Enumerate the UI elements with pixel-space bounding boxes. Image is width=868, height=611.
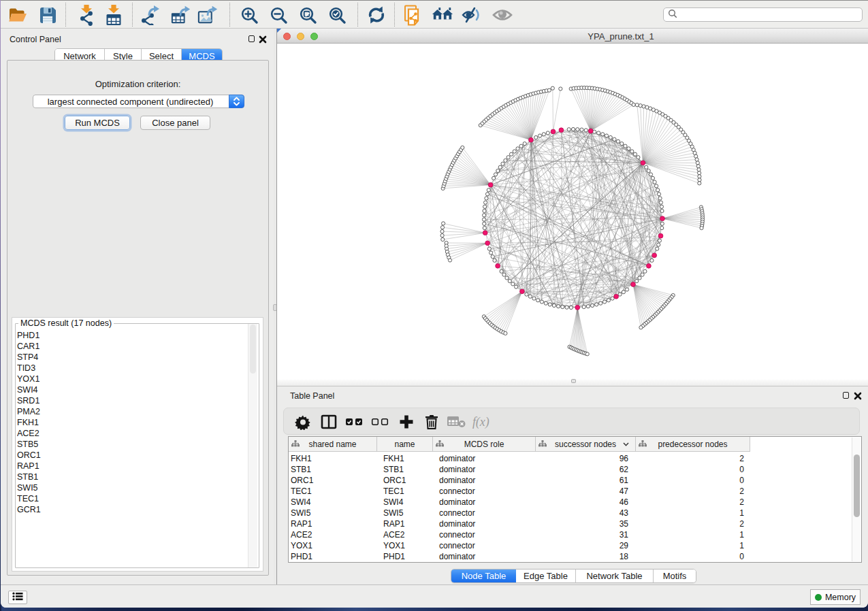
criterion-dropdown[interactable]: largest connected component (undirected) — [33, 95, 244, 108]
task-history-button[interactable] — [8, 591, 27, 604]
zoom-selected-icon[interactable] — [326, 4, 348, 26]
optimization-criterion-label: Optimization criterion: — [7, 79, 268, 89]
table-row[interactable]: TEC1TEC1connector472 — [289, 486, 861, 497]
column-header-MCDS-role[interactable]: MCDS role — [433, 437, 536, 452]
control-panel-float-icon[interactable] — [248, 35, 255, 42]
search-box[interactable] — [663, 7, 863, 22]
cell-mcds-role: connector — [439, 529, 475, 540]
control-panel-close-icon[interactable] — [259, 35, 267, 44]
mcds-result-item[interactable]: PHD1 — [17, 330, 246, 341]
memory-status-icon — [815, 594, 822, 601]
cell-name: SWI4 — [383, 497, 403, 508]
export-image-icon[interactable] — [197, 4, 219, 26]
first-neighbors-icon[interactable] — [432, 4, 453, 26]
show-all-icon[interactable] — [492, 4, 513, 26]
column-header-predecessor-nodes[interactable]: predecessor nodes — [636, 437, 750, 452]
cell-predecessor-nodes: 1 — [636, 508, 744, 518]
mcds-result-item[interactable]: FKH1 — [17, 417, 246, 428]
mcds-result-item[interactable]: GCR1 — [17, 504, 246, 515]
network-canvas[interactable] — [277, 44, 868, 380]
add-icon[interactable] — [396, 411, 417, 433]
import-network-icon[interactable] — [76, 4, 97, 26]
table-row[interactable]: RAP1RAP1dominator352 — [289, 518, 861, 529]
mcds-result-item[interactable]: TEC1 — [17, 493, 246, 504]
network-graph[interactable] — [277, 44, 868, 380]
tab-node-table[interactable]: Node Table — [451, 569, 516, 582]
table-row[interactable]: ORC1ORC1dominator610 — [289, 475, 861, 486]
cell-name: RAP1 — [383, 518, 404, 529]
close-panel-button[interactable]: Close panel — [140, 116, 210, 130]
mcds-result-list[interactable]: PHD1CAR1STP4TID3YOX1SWI4SRD1PMA2FKH1ACE2… — [17, 330, 246, 567]
memory-label: Memory — [825, 593, 856, 602]
run-mcds-button[interactable]: Run MCDS — [65, 116, 130, 130]
deselect-all-rows-icon[interactable] — [369, 411, 391, 433]
table-row[interactable]: SWI5SWI5connector431 — [289, 508, 861, 518]
mcds-result-scrollbar-thumb[interactable] — [250, 325, 256, 374]
table-panel-close-icon[interactable] — [854, 392, 862, 400]
save-session-icon[interactable] — [37, 4, 59, 26]
table-row[interactable]: STB1STB1dominator620 — [289, 464, 861, 475]
mcds-result-item[interactable]: CAR1 — [17, 341, 246, 352]
mcds-result-item[interactable]: SWI4 — [17, 384, 246, 395]
status-bar: Memory — [1, 584, 868, 608]
cell-successor-nodes: 96 — [536, 453, 628, 464]
mcds-result-item[interactable]: SWI5 — [17, 482, 246, 493]
column-header-shared-name[interactable]: shared name — [289, 437, 377, 452]
mcds-result-item[interactable]: PMA2 — [17, 406, 246, 417]
cell-mcds-role: dominator — [439, 497, 475, 508]
column-header-successor-nodes[interactable]: successor nodes — [536, 437, 636, 452]
mcds-result-item[interactable]: STB5 — [17, 439, 246, 450]
table-row[interactable]: YOX1YOX1connector291 — [289, 540, 861, 551]
mcds-result-item[interactable]: RAP1 — [17, 461, 246, 472]
select-all-rows-icon[interactable] — [343, 411, 365, 433]
node-table-header: shared namenameMCDS rolesuccessor nodesp… — [289, 437, 750, 452]
tab-motifs[interactable]: Motifs — [654, 569, 696, 582]
mcds-result-item[interactable]: STP4 — [17, 352, 246, 363]
horizontal-splitter[interactable] — [277, 380, 868, 386]
column-header-name[interactable]: name — [377, 437, 433, 452]
new-network-from-selection-icon[interactable] — [402, 4, 424, 26]
mcds-result-item[interactable]: ORC1 — [17, 450, 246, 461]
mcds-result-item[interactable]: STB1 — [17, 472, 246, 482]
hide-selected-icon[interactable] — [462, 4, 483, 26]
table-row[interactable]: PHD1PHD1dominator180 — [289, 551, 861, 562]
table-scrollbar-thumb[interactable] — [854, 455, 860, 517]
zoom-out-icon[interactable] — [268, 4, 289, 26]
cell-successor-nodes: 35 — [536, 518, 628, 529]
mcds-result-item[interactable]: TID3 — [17, 363, 246, 374]
table-options-icon[interactable] — [292, 411, 314, 433]
zoom-fit-icon[interactable] — [297, 4, 319, 26]
cell-successor-nodes: 29 — [536, 540, 628, 551]
application-window: Control Panel NetworkStyleSelectMCDS Opt… — [1, 0, 868, 608]
table-row[interactable]: SWI4SWI4dominator462 — [289, 497, 861, 508]
network-window-titlebar[interactable]: YPA_prune.txt_1 — [277, 29, 868, 44]
refresh-icon[interactable] — [366, 4, 387, 26]
cell-predecessor-nodes: 0 — [636, 551, 744, 562]
window-close-icon[interactable] — [283, 33, 291, 40]
cell-shared-name: ORC1 — [291, 475, 313, 486]
horizontal-splitter-handle[interactable] — [571, 379, 576, 383]
window-minimize-icon[interactable] — [297, 33, 304, 40]
mcds-result-scrollbar[interactable] — [248, 324, 257, 567]
mcds-result-item[interactable]: ACE2 — [17, 428, 246, 439]
tab-network-table[interactable]: Network Table — [576, 569, 654, 582]
window-zoom-icon[interactable] — [310, 33, 318, 40]
open-session-icon[interactable] — [7, 4, 29, 26]
delete-icon[interactable] — [421, 411, 443, 433]
table-row[interactable]: FKH1FKH1dominator962 — [289, 453, 861, 464]
mcds-result-item[interactable]: SRD1 — [17, 395, 246, 406]
cell-predecessor-nodes: 2 — [636, 453, 744, 464]
table-scrollbar[interactable] — [852, 437, 861, 561]
show-columns-icon[interactable] — [318, 411, 340, 433]
memory-button[interactable]: Memory — [810, 589, 861, 605]
table-row[interactable]: ACE2ACE2connector311 — [289, 529, 861, 540]
export-network-icon[interactable] — [140, 4, 162, 26]
zoom-in-icon[interactable] — [238, 4, 260, 26]
search-input[interactable] — [678, 9, 862, 20]
table-panel-float-icon[interactable] — [843, 392, 849, 399]
mcds-result-item[interactable]: YOX1 — [17, 374, 246, 384]
import-table-icon[interactable] — [103, 4, 125, 26]
export-table-icon[interactable] — [170, 4, 192, 26]
cell-name: PHD1 — [383, 551, 405, 562]
tab-edge-table[interactable]: Edge Table — [516, 569, 576, 582]
